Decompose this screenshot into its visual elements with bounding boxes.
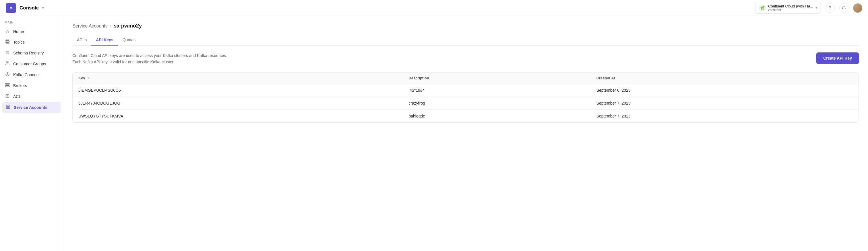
table-row[interactable]: 6IEMGEPUCLMSU6O5 .4$*19#4 September 6, 2… <box>73 84 859 97</box>
info-line1: Confluent Cloud API keys are used to acc… <box>72 52 227 59</box>
row-description: .4$*19#4 <box>403 84 590 97</box>
breadcrumb: Service Accounts › sa-pwmo2y <box>72 23 859 29</box>
sidebar-item-topics[interactable]: Topics <box>0 37 63 47</box>
main-content: Service Accounts › sa-pwmo2y ACLs API Ke… <box>63 16 868 251</box>
topics-icon <box>5 39 10 45</box>
topbar-right: 🌿 Confluent Cloud (with Fla... confluent… <box>755 2 862 14</box>
svg-rect-1 <box>6 41 9 42</box>
org-sub: confluent <box>768 8 813 12</box>
tab-quotas[interactable]: Quotas <box>118 35 140 45</box>
help-button[interactable]: ? <box>826 3 835 12</box>
brokers-icon <box>5 83 10 88</box>
info-line2: Each Kafka API key is valid for one spec… <box>72 59 227 65</box>
tab-api-keys[interactable]: API Keys <box>91 35 118 45</box>
row-created-at: September 7, 2023 <box>591 97 859 109</box>
tab-acls[interactable]: ACLs <box>72 35 91 45</box>
breadcrumb-parent[interactable]: Service Accounts <box>72 24 107 29</box>
info-text: Confluent Cloud API keys are used to acc… <box>72 52 227 65</box>
svg-point-4 <box>7 74 8 75</box>
row-key: 6IEMGEPUCLMSU6O5 <box>73 84 403 97</box>
org-icon: 🌿 <box>759 5 766 11</box>
org-selector[interactable]: 🌿 Confluent Cloud (with Fla... confluent… <box>755 2 821 14</box>
tabs: ACLs API Keys Quotas <box>72 35 859 45</box>
info-section: Confluent Cloud API keys are used to acc… <box>72 52 859 65</box>
row-key: UWSLQYGTYSUFKMVA <box>73 109 403 122</box>
topbar-left: ✦ Console ▾ <box>6 3 44 13</box>
api-keys-table: Key ⇅ Description Created At ↑ <box>72 72 859 122</box>
sidebar-item-brokers-label: Brokers <box>13 83 27 88</box>
sidebar-item-brokers[interactable]: Brokers <box>0 80 63 91</box>
created-at-sort-icon: ↑ <box>617 77 619 80</box>
org-name: Confluent Cloud (with Fla... <box>768 4 813 8</box>
org-info: Confluent Cloud (with Fla... confluent <box>768 4 813 12</box>
user-avatar[interactable] <box>853 3 862 12</box>
sidebar-section-label: MAIN <box>0 21 63 26</box>
app-dropdown-arrow[interactable]: ▾ <box>42 6 44 10</box>
table-body: 6IEMGEPUCLMSU6O5 .4$*19#4 September 6, 2… <box>73 84 859 122</box>
svg-point-10 <box>7 106 9 107</box>
sidebar-item-schema-registry-label: Schema Registry <box>13 51 44 55</box>
create-api-key-button[interactable]: Create API Key <box>816 52 859 64</box>
layout: MAIN ⌂ Home Topics Schema Registry Consu… <box>0 16 868 251</box>
breadcrumb-current: sa-pwmo2y <box>114 23 142 29</box>
app-title: Console <box>20 5 39 11</box>
acl-icon <box>5 94 10 100</box>
sidebar-item-kafka-connect-label: Kafka Connect <box>13 72 40 77</box>
table: Key ⇅ Description Created At ↑ <box>73 72 859 122</box>
row-created-at: September 6, 2023 <box>591 84 859 97</box>
svg-point-3 <box>6 62 7 63</box>
row-description: crazyfrog <box>403 97 590 109</box>
kafka-connect-icon <box>5 72 10 78</box>
row-description: bahlegde <box>403 109 590 122</box>
sidebar-item-kafka-connect[interactable]: Kafka Connect <box>0 69 63 80</box>
row-created-at: September 7, 2023 <box>591 109 859 122</box>
col-created-at[interactable]: Created At ↑ <box>591 72 859 84</box>
sidebar-item-topics-label: Topics <box>13 40 25 44</box>
table-row[interactable]: 6JER4734ODOGEJOG crazyfrog September 7, … <box>73 97 859 109</box>
table-row[interactable]: UWSLQYGTYSUFKMVA bahlegde September 7, 2… <box>73 109 859 122</box>
consumer-groups-icon <box>5 61 10 67</box>
service-accounts-icon <box>5 105 11 110</box>
app-logo: ✦ <box>6 3 16 13</box>
sidebar-item-home-label: Home <box>13 29 24 34</box>
topbar: ✦ Console ▾ 🌿 Confluent Cloud (with Fla.… <box>0 0 868 16</box>
table-header: Key ⇅ Description Created At ↑ <box>73 72 859 84</box>
sidebar-item-acl[interactable]: ACL <box>0 91 63 102</box>
notifications-button[interactable] <box>839 3 848 12</box>
sidebar-item-consumer-groups[interactable]: Consumer Groups <box>0 59 63 69</box>
svg-rect-5 <box>5 83 9 84</box>
breadcrumb-separator: › <box>110 24 112 29</box>
row-key: 6JER4734ODOGEJOG <box>73 97 403 109</box>
svg-rect-6 <box>5 85 9 86</box>
col-description: Description <box>403 72 590 84</box>
home-icon: ⌂ <box>5 29 10 34</box>
schema-registry-icon <box>5 50 10 56</box>
svg-rect-7 <box>5 86 9 87</box>
sidebar-item-service-accounts[interactable]: Service Accounts <box>2 102 61 113</box>
svg-rect-0 <box>6 40 9 41</box>
sidebar-item-service-accounts-label: Service Accounts <box>14 105 48 110</box>
org-chevron-icon: ▾ <box>815 6 817 10</box>
sidebar: MAIN ⌂ Home Topics Schema Registry Consu… <box>0 16 63 251</box>
sidebar-item-home[interactable]: ⌂ Home <box>0 26 63 37</box>
sidebar-item-acl-label: ACL <box>13 94 21 99</box>
svg-rect-2 <box>6 42 9 43</box>
col-key[interactable]: Key ⇅ <box>73 72 403 84</box>
key-sort-icon: ⇅ <box>87 77 90 80</box>
sidebar-item-schema-registry[interactable]: Schema Registry <box>0 47 63 59</box>
sidebar-item-consumer-groups-label: Consumer Groups <box>13 62 46 66</box>
